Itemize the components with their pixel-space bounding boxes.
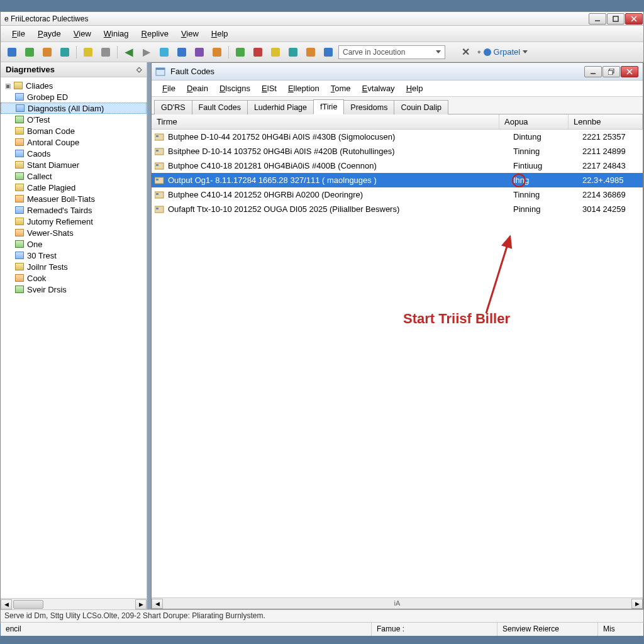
toolbar-icon-15[interactable]	[303, 45, 318, 60]
tree-item[interactable]: Jutomy Refiement	[1, 216, 147, 227]
toolbar-search-input[interactable]: Carve in Joceution	[338, 45, 445, 59]
sidebar-scrollbar[interactable]: ◀ ▶	[1, 598, 147, 609]
child-restore-button[interactable]	[602, 66, 620, 77]
menu-item[interactable]: Payde	[31, 27, 67, 40]
toolbar-icon-5[interactable]	[80, 45, 96, 60]
menu-item[interactable]: File	[6, 27, 31, 40]
status-cell-1: encil	[1, 623, 372, 636]
table-row[interactable]: Bsitphee D-10-14 103752 0HG4Bi A0IS #420…	[152, 144, 643, 158]
list-body[interactable]: Butphee D-10-44 201752 0HG4Bi A0IS #430B…	[152, 130, 643, 597]
svg-rect-20	[156, 193, 158, 195]
menu-item[interactable]: Replive	[135, 27, 175, 40]
menu-item[interactable]: View	[67, 27, 97, 40]
close-button[interactable]	[625, 13, 643, 25]
table-row[interactable]: Output Og1- 8.11.17284 1665.28 327/111 (…	[152, 173, 643, 187]
child-menu-item[interactable]: Elleption	[282, 82, 325, 95]
tree-item[interactable]: Measuer Boll-Tiats	[1, 193, 147, 204]
toolbar-forward-icon[interactable]: ▶	[139, 45, 154, 60]
menu-item[interactable]: Winiag	[97, 27, 135, 40]
toolbar-right-dropdown[interactable]: Grpatel	[484, 47, 528, 57]
toolbar-back-icon[interactable]: ◀	[121, 45, 136, 60]
table-row[interactable]: Butphee C410-14 201252 0HGRBi A0200 (Deo…	[152, 187, 643, 202]
tree-item[interactable]: Catle Plagied	[1, 182, 147, 193]
scroll-left-icon[interactable]: ◀	[152, 599, 163, 609]
row-status: Tinning	[513, 190, 582, 199]
minimize-button[interactable]	[589, 13, 606, 25]
tree-root[interactable]: ▣Cliades	[1, 80, 147, 91]
tab[interactable]: fTirie	[313, 99, 344, 114]
sidebar-tree[interactable]: ▣CliadesGrobep EDDiagnostis (All Diam)O'…	[1, 77, 147, 598]
tree-item[interactable]: Caods	[1, 148, 147, 159]
svg-rect-16	[156, 164, 158, 166]
child-scrollbar[interactable]: ◀ iA ▶	[152, 597, 643, 609]
tree-item[interactable]: Grobep ED	[1, 91, 147, 103]
tree-item[interactable]: One	[1, 238, 147, 250]
scroll-right-icon[interactable]: ▶	[135, 599, 147, 609]
toolbar-icon-7[interactable]	[157, 45, 172, 60]
column-header-status[interactable]: Aopua	[499, 114, 569, 129]
child-menu-item[interactable]: Dlscigns	[214, 82, 256, 95]
scroll-right-icon[interactable]: ▶	[631, 599, 643, 609]
tree-item[interactable]: Remaded's Tairds	[1, 204, 147, 216]
toolbar-icon-6[interactable]	[98, 45, 113, 60]
toolbar-icon-16[interactable]	[321, 45, 336, 60]
tree-item[interactable]: Cook	[1, 272, 147, 284]
svg-line-23	[486, 236, 510, 313]
tab[interactable]: Fault Codes	[192, 100, 248, 114]
tree-item[interactable]: Vewer-Shats	[1, 227, 147, 238]
row-value: 3014 24259	[582, 204, 643, 214]
toolbar-icon-2[interactable]	[22, 45, 37, 60]
child-minimize-button[interactable]	[584, 66, 602, 77]
toolbar-icon-1[interactable]	[4, 45, 19, 60]
scroll-left-icon[interactable]: ◀	[1, 599, 12, 609]
toolbar-icon-9[interactable]	[192, 45, 207, 60]
toolbar-icon-8[interactable]	[174, 45, 189, 60]
child-close-button[interactable]	[621, 66, 638, 77]
tree-item-label: Grobep ED	[27, 92, 68, 102]
tree-item-icon	[14, 114, 25, 125]
menu-item[interactable]: View	[175, 27, 205, 40]
tree-item[interactable]: Joilnr Tests	[1, 261, 147, 272]
tree-item-label: Catle Plagied	[27, 183, 75, 192]
status-bar-1: Serve id Dm, Sttg Ulity LCSo.Olte, 209-2…	[1, 609, 643, 622]
maximize-button[interactable]	[607, 13, 625, 25]
toolbar-icon-4[interactable]	[57, 45, 72, 60]
tab[interactable]: Presidoms	[343, 100, 394, 114]
toolbar-icon-12[interactable]	[250, 45, 265, 60]
menu-item[interactable]: Help	[205, 27, 235, 40]
toolbar-icon-10[interactable]	[209, 45, 225, 60]
child-menu-item[interactable]: Deain	[181, 82, 214, 95]
scroll-thumb[interactable]	[13, 600, 43, 609]
table-row[interactable]: Oufapft Ttx-10-10 201252 OUGA DI05 2025 …	[152, 202, 643, 216]
child-menu-item[interactable]: Evtalway	[357, 82, 401, 95]
tree-item-label: Remaded's Tairds	[27, 206, 92, 215]
child-menu-item[interactable]: File	[157, 82, 181, 95]
tree-item-icon	[14, 137, 25, 147]
tree-item[interactable]: Sveir Drsis	[1, 284, 147, 295]
sidebar-pin-icon[interactable]: ◇	[136, 65, 142, 74]
tree-item[interactable]: 30 Trest	[1, 250, 147, 261]
table-row[interactable]: Butphoe C410-18 201281 0HG4BiA0iS #400B …	[152, 158, 643, 173]
column-header-name[interactable]: Tirme	[152, 114, 499, 129]
tab[interactable]: Luderhid Piage	[247, 100, 314, 114]
tree-item-label: Measuer Boll-Tiats	[27, 194, 95, 204]
column-header-value[interactable]: Lennbe	[569, 114, 643, 129]
toolbar-icon-13[interactable]	[268, 45, 283, 60]
tree-item[interactable]: Callect	[1, 170, 147, 182]
tree-item[interactable]: Boman Code	[1, 125, 147, 136]
tree-item[interactable]: Stant Diamuer	[1, 159, 147, 170]
row-icon	[154, 132, 165, 142]
table-row[interactable]: Butphee D-10-44 201752 0HG4Bi A0IS #430B…	[152, 130, 643, 144]
child-menu-item[interactable]: Help	[401, 82, 429, 95]
tab[interactable]: Couin Dalip	[394, 100, 448, 114]
toolbar-icon-11[interactable]	[233, 45, 248, 60]
toolbar-icon-14[interactable]	[286, 45, 301, 60]
child-menu-item[interactable]: Tome	[325, 82, 357, 95]
tree-item[interactable]: O'Test	[1, 114, 147, 125]
tab[interactable]: GD'RS	[154, 100, 192, 114]
tree-item[interactable]: Diagnostis (All Diam)	[1, 103, 147, 114]
tree-item[interactable]: Antoral Coupe	[1, 136, 147, 148]
toolbar-clear-icon[interactable]: ✕	[462, 46, 470, 58]
child-menu-item[interactable]: ElSt	[256, 82, 282, 95]
toolbar-icon-3[interactable]	[40, 45, 55, 60]
